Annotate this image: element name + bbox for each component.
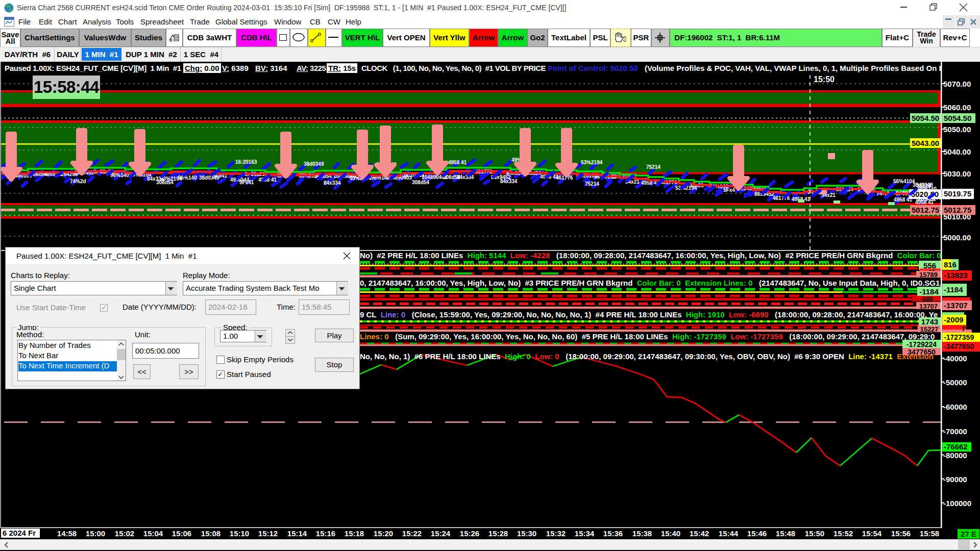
svg-text:84x334: 84x334	[457, 174, 474, 180]
svg-text:308d54: 308d54	[412, 180, 429, 185]
svg-text:84x334: 84x334	[500, 179, 518, 184]
svg-text:38d0349: 38d0349	[304, 161, 324, 167]
svg-text:75214: 75214	[646, 164, 660, 170]
svg-text:15789: 15789	[919, 271, 938, 279]
svg-text:96%140: 96%140	[178, 175, 197, 181]
svg-text:75214: 75214	[585, 181, 599, 187]
svg-text:5054.50: 5054.50	[912, 114, 939, 122]
svg-text:56%4104: 56%4104	[893, 179, 915, 184]
svg-text:13707: 13707	[919, 303, 938, 310]
svg-text:5043.00: 5043.00	[912, 139, 939, 147]
svg-text:74%2d: 74%2d	[70, 179, 86, 184]
svg-text:4958 41: 4958 41	[915, 199, 934, 205]
svg-text:5Fx41: 5Fx41	[239, 180, 254, 185]
svg-text:84x334: 84x334	[324, 180, 341, 186]
svg-text:4958 41: 4958 41	[448, 160, 467, 165]
svg-text:53%2194: 53%2194	[581, 160, 603, 165]
svg-text:5012.75: 5012.75	[912, 206, 939, 214]
svg-text:-1184: -1184	[919, 287, 939, 296]
svg-text:16:20163: 16:20163	[235, 159, 257, 165]
